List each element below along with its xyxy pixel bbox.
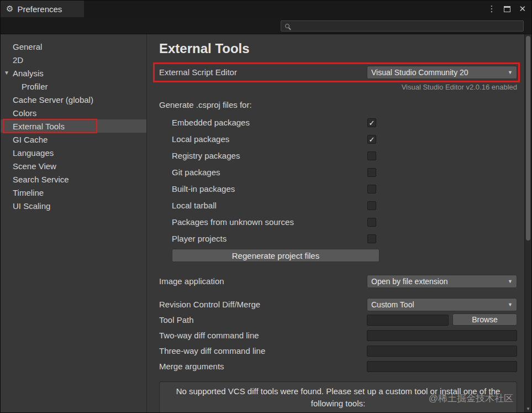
preferences-window: ⚙ Preferences ⋮ ✕ General 2D ▼ Analysis … [0,0,532,413]
vcs-help-text: No supported VCS diff tools were found. … [173,385,503,410]
foldout-arrow-icon[interactable]: ▼ [4,70,9,76]
local-tarball-checkbox[interactable] [367,201,376,210]
local-packages-checkbox[interactable]: ✓ [367,135,376,144]
external-script-editor-label: External Script Editor [159,67,237,77]
sidebar-item-label: Languages [13,148,54,158]
csproj-option-local: Local packages ✓ [159,132,516,148]
sidebar-item-label: UI Scaling [13,201,50,211]
external-script-editor-dropdown[interactable]: Visual Studio Community 20 ▼ [367,66,517,79]
vcs-help-box: No supported VCS diff tools were found. … [159,381,517,412]
vertical-scrollbar[interactable]: ▼ [524,34,531,412]
sidebar-item-label: Search Service [13,175,69,184]
search-icon [285,24,289,28]
search-box[interactable] [281,20,524,32]
merge-arguments-label: Merge arguments [159,362,224,371]
chevron-down-icon: ▼ [508,70,513,75]
toolbar [1,17,531,34]
sidebar-item-gi-cache[interactable]: GI Cache [1,133,146,146]
diff-merge-row: Revision Control Diff/Merge Custom Tool … [159,297,516,313]
option-label: Player projects [159,231,516,247]
browse-button[interactable]: Browse [452,313,517,326]
menu-icon[interactable]: ⋮ [487,4,496,14]
preferences-tab[interactable]: ⚙ Preferences [1,1,84,17]
image-application-dropdown[interactable]: Open by file extension ▼ [367,275,517,288]
sidebar-item-general[interactable]: General [1,40,146,53]
sidebar-item-label: Colors [13,108,36,118]
sidebar-item-colors[interactable]: Colors [1,106,146,119]
gear-icon: ⚙ [6,4,13,14]
option-label: Embedded packages [159,115,516,130]
csproj-option-builtin: Built-in packages [159,181,516,198]
registry-packages-checkbox[interactable] [367,151,376,160]
sidebar-item-label: Profiler [22,82,48,91]
option-label: Local tarball [159,198,516,213]
two-way-diff-input[interactable] [367,330,517,341]
player-projects-checkbox[interactable] [367,234,376,243]
two-way-diff-label: Two-way diff command line [159,331,259,340]
option-label: Registry packages [159,148,516,164]
sidebar-item-label: Analysis [13,69,44,78]
search-input[interactable] [292,22,521,30]
sidebar-item-label: General [13,42,42,51]
embedded-packages-checkbox[interactable]: ✓ [367,118,376,127]
option-label: Local packages [159,132,516,147]
csproj-option-player-projects: Player projects [159,231,516,248]
sidebar-item-label: External Tools [13,122,65,131]
scroll-down-arrow-icon[interactable]: ▼ [525,406,531,411]
tool-path-input[interactable] [367,315,449,326]
sidebar-item-label: Cache Server (global) [13,95,93,104]
sidebar-item-cache-server[interactable]: Cache Server (global) [1,93,146,106]
sidebar-item-search-service[interactable]: Search Service [1,172,146,186]
merge-arguments-input[interactable] [367,361,517,372]
sidebar-item-label: Scene View [13,161,56,171]
csproj-option-tarball: Local tarball [159,198,516,215]
window-title: Preferences [17,4,62,14]
close-icon[interactable]: ✕ [519,4,526,14]
sidebar-item-label: GI Cache [13,135,48,144]
script-editor-status: Visual Studio Editor v2.0.16 enabled [159,83,517,91]
sidebar: General 2D ▼ Analysis Profiler Cache Ser… [1,34,147,412]
sidebar-item-label: 2D [13,55,23,65]
content-area: General 2D ▼ Analysis Profiler Cache Ser… [1,34,531,412]
three-way-diff-input[interactable] [367,346,517,357]
sidebar-item-profiler[interactable]: Profiler [1,80,146,93]
image-application-row: Image application Open by file extension… [159,274,516,290]
sidebar-item-2d[interactable]: 2D [1,53,146,66]
sidebar-item-label: Timeline [13,188,44,197]
merge-arguments-row: Merge arguments [159,359,516,375]
three-way-diff-label: Three-way diff command line [159,346,265,356]
diff-merge-label: Revision Control Diff/Merge [159,300,260,309]
window-controls: ⋮ ✕ [487,1,526,17]
option-label: Packages from unknown sources [159,215,516,230]
scrollbar-thumb[interactable] [526,36,530,241]
sidebar-item-timeline[interactable]: Timeline [1,186,146,199]
regenerate-project-files-button[interactable]: Regenerate project files [172,249,380,262]
sidebar-item-scene-view[interactable]: Scene View [1,159,146,172]
main-panel: External Tools External Script Editor Vi… [147,34,524,412]
external-script-editor-row: External Script Editor Visual Studio Com… [159,65,516,81]
dropdown-value: Visual Studio Community 20 [371,68,505,77]
git-packages-checkbox[interactable] [367,168,376,177]
generate-csproj-label: Generate .csproj files for: [159,100,516,109]
chevron-down-icon: ▼ [508,302,513,307]
csproj-option-unknown-sources: Packages from unknown sources [159,215,516,231]
three-way-diff-row: Three-way diff command line [159,344,516,359]
tool-path-label: Tool Path [159,315,194,325]
unknown-sources-checkbox[interactable] [367,218,376,227]
option-label: Built-in packages [159,181,516,197]
sidebar-item-analysis[interactable]: ▼ Analysis [1,66,146,80]
regenerate-row: Regenerate project files [159,249,516,262]
sidebar-item-external-tools[interactable]: External Tools [1,119,146,133]
two-way-diff-row: Two-way diff command line [159,328,516,344]
diff-merge-dropdown[interactable]: Custom Tool ▼ [367,298,517,311]
option-label: Git packages [159,165,516,180]
sidebar-item-languages[interactable]: Languages [1,146,146,159]
csproj-option-registry: Registry packages [159,148,516,165]
sidebar-item-ui-scaling[interactable]: UI Scaling [1,199,146,212]
tool-path-row: Tool Path Browse [159,313,516,328]
vcs-help-tool-item: - SourceGear DiffMerge [173,410,503,413]
page-title: External Tools [159,41,516,56]
builtin-packages-checkbox[interactable] [367,185,376,194]
maximize-icon[interactable] [504,6,510,12]
chevron-down-icon: ▼ [508,279,513,284]
